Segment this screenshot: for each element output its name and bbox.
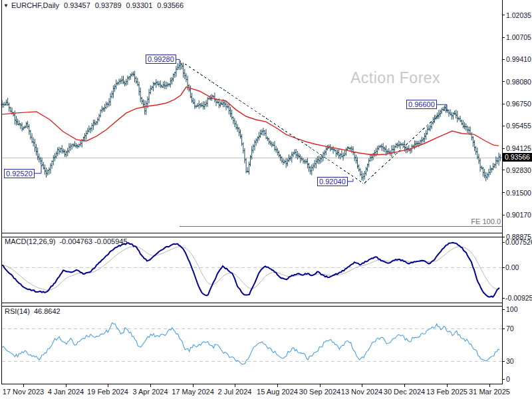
trendline [185,64,363,183]
ohlc-low-value: 0.93301 [126,1,153,9]
price-axis-label: 0.95455 [506,122,531,130]
price-axis-label: 0.94125 [506,144,531,152]
price-axis-label: 0.92830 [506,166,531,174]
macd-indicator-values: -0.004763 -0.005945 [59,237,127,245]
chart-header: ▼EURCHF,Daily0.934570.937890.933010.9356… [3,1,184,9]
watermark: Action Forex [350,69,440,87]
macd-axis-label: 0.007526 [505,238,532,246]
rsi-axis-label: 0 [506,375,510,383]
level-tag-connector [35,165,41,174]
fib-extension-label: FE 100.0 [471,217,501,225]
rsi-indicator-title: RSI(14)46.8642 [5,307,61,315]
ohlc-high-value: 0.93789 [95,1,122,9]
macd-axis-label: 0.00 [505,263,519,271]
price-axis-label: 0.91500 [506,189,531,197]
macd-line [2,243,499,297]
current-price-tag: 0.93566 [503,153,532,162]
ohlc-close-value: 0.93566 [157,1,184,9]
macd-indicator-name: MACD(12,26,9) [5,237,55,245]
price-axis-label: 1.00705 [506,33,531,41]
rsi-line [2,323,499,364]
price-level-tag[interactable]: 0.92040 [317,177,348,186]
macd-indicator-title: MACD(12,26,9)-0.004763 -0.005945 [5,237,128,245]
price-level-tag[interactable]: 0.96600 [406,100,437,109]
trendline [364,108,446,183]
price-axis-label: 0.90170 [506,211,531,219]
price-level-tag[interactable]: 0.92520 [4,169,35,178]
price-level-tag[interactable]: 0.99280 [146,55,176,64]
rsi-indicator-value: 46.8642 [34,307,61,315]
symbol-timeframe-label: EURCHF,Daily [11,1,59,9]
macd-signal-line [2,247,499,291]
rsi-axis-label: 30 [506,357,514,365]
chart-window: ▼EURCHF,Daily0.934570.937890.933010.9356… [0,0,532,399]
macd-axis-label: -0.009252 [505,294,532,302]
price-axis-label: 0.96750 [506,100,531,108]
collapse-arrow-icon[interactable]: ▼ [3,3,9,9]
rsi-axis-label: 100 [506,305,518,313]
level-tag-connector [348,179,353,182]
ohlc-open-value: 0.93457 [64,1,90,9]
price-axis-label: 0.98080 [506,78,531,86]
price-axis-label: 0.99410 [506,55,531,63]
date-label: 31 Mar 2025 [460,388,519,396]
rsi-axis-label: 70 [506,325,514,332]
price-axis-label: 1.02035 [506,11,531,19]
chart-canvas[interactable] [0,0,532,399]
rsi-indicator-name: RSI(14) [5,307,30,315]
